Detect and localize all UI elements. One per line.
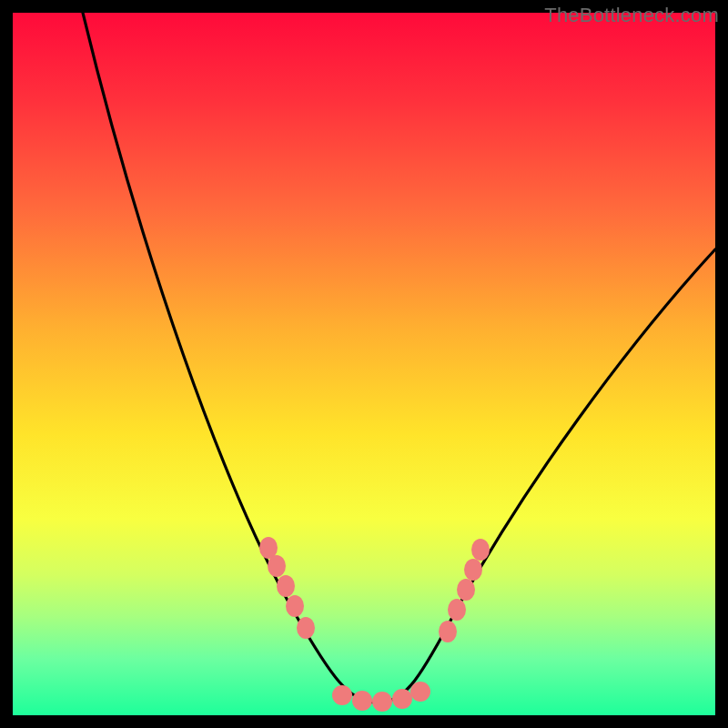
svg-point-8 — [392, 689, 412, 709]
svg-point-10 — [439, 621, 457, 642]
marker-cluster-left — [259, 537, 315, 639]
svg-point-2 — [277, 575, 295, 597]
svg-point-9 — [410, 682, 430, 702]
svg-point-12 — [457, 579, 475, 601]
plot-svg — [13, 13, 715, 715]
marker-cluster-right — [439, 539, 490, 642]
svg-point-5 — [332, 685, 352, 705]
bottleneck-curve — [83, 13, 715, 703]
svg-point-14 — [471, 539, 490, 561]
chart-frame: TheBottleneck.com — [0, 0, 728, 728]
marker-cluster-trough — [332, 682, 430, 712]
svg-point-13 — [464, 559, 482, 581]
svg-point-1 — [268, 555, 286, 577]
svg-point-7 — [372, 692, 392, 712]
svg-point-4 — [297, 617, 315, 639]
svg-point-3 — [286, 595, 304, 617]
watermark-text: TheBottleneck.com — [544, 4, 719, 27]
svg-point-11 — [448, 599, 466, 621]
svg-point-6 — [352, 691, 372, 711]
